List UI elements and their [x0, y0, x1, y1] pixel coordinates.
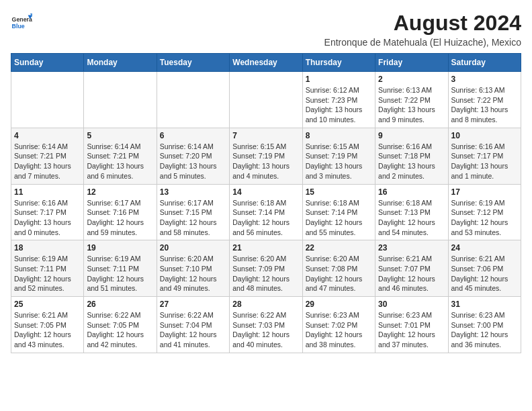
day-info: Sunrise: 6:21 AMSunset: 7:06 PMDaylight:… — [451, 254, 518, 293]
calendar-body: 1Sunrise: 6:12 AMSunset: 7:23 PMDaylight… — [11, 72, 521, 353]
weekday-header-tuesday: Tuesday — [157, 54, 229, 72]
day-info: Sunrise: 6:17 AMSunset: 7:16 PMDaylight:… — [87, 198, 153, 238]
weekday-header-saturday: Saturday — [448, 54, 521, 72]
calendar-cell: 3Sunrise: 6:13 AMSunset: 7:22 PMDaylight… — [448, 72, 521, 128]
calendar-cell: 9Sunrise: 6:16 AMSunset: 7:18 PMDaylight… — [375, 128, 448, 184]
calendar-week-5: 25Sunrise: 6:21 AMSunset: 7:05 PMDayligh… — [11, 297, 521, 353]
day-number: 14 — [232, 187, 299, 197]
calendar-cell — [157, 72, 229, 128]
day-info: Sunrise: 6:16 AMSunset: 7:17 PMDaylight:… — [451, 142, 518, 181]
logo-icon: General Blue — [11, 11, 32, 32]
calendar-cell: 13Sunrise: 6:17 AMSunset: 7:15 PMDayligh… — [157, 184, 229, 240]
calendar-cell: 27Sunrise: 6:22 AMSunset: 7:04 PMDayligh… — [157, 297, 229, 353]
day-number: 28 — [232, 300, 299, 309]
day-number: 24 — [451, 243, 518, 253]
calendar-cell: 30Sunrise: 6:23 AMSunset: 7:01 PMDayligh… — [375, 297, 448, 353]
day-number: 5 — [87, 131, 153, 140]
day-info: Sunrise: 6:22 AMSunset: 7:03 PMDaylight:… — [232, 310, 299, 350]
day-info: Sunrise: 6:14 AMSunset: 7:21 PMDaylight:… — [14, 142, 81, 181]
calendar-cell: 5Sunrise: 6:14 AMSunset: 7:21 PMDaylight… — [84, 128, 157, 184]
day-number: 30 — [378, 300, 445, 309]
day-number: 13 — [160, 187, 226, 197]
calendar-cell — [11, 72, 84, 128]
day-info: Sunrise: 6:13 AMSunset: 7:22 PMDaylight:… — [451, 85, 518, 125]
calendar-cell — [230, 72, 302, 128]
day-number: 12 — [87, 187, 153, 197]
day-number: 2 — [378, 75, 445, 84]
calendar-week-3: 11Sunrise: 6:16 AMSunset: 7:17 PMDayligh… — [11, 184, 521, 240]
location: Entronque de Matehuala (El Huizache), Me… — [324, 37, 521, 48]
day-number: 19 — [87, 243, 153, 253]
day-info: Sunrise: 6:13 AMSunset: 7:22 PMDaylight:… — [378, 85, 445, 125]
day-number: 21 — [232, 243, 299, 253]
day-number: 18 — [14, 243, 81, 253]
day-info: Sunrise: 6:23 AMSunset: 7:02 PMDaylight:… — [306, 310, 372, 350]
day-info: Sunrise: 6:15 AMSunset: 7:19 PMDaylight:… — [232, 142, 299, 181]
day-info: Sunrise: 6:14 AMSunset: 7:20 PMDaylight:… — [160, 142, 226, 181]
day-info: Sunrise: 6:12 AMSunset: 7:23 PMDaylight:… — [306, 85, 372, 125]
calendar-cell: 17Sunrise: 6:19 AMSunset: 7:12 PMDayligh… — [448, 184, 521, 240]
day-info: Sunrise: 6:23 AMSunset: 7:01 PMDaylight:… — [378, 310, 445, 350]
calendar-cell: 19Sunrise: 6:19 AMSunset: 7:11 PMDayligh… — [84, 240, 157, 297]
calendar-cell — [84, 72, 157, 128]
calendar-cell: 21Sunrise: 6:20 AMSunset: 7:09 PMDayligh… — [230, 240, 302, 297]
day-info: Sunrise: 6:19 AMSunset: 7:11 PMDaylight:… — [87, 254, 153, 293]
day-number: 26 — [87, 300, 153, 309]
weekday-row: SundayMondayTuesdayWednesdayThursdayFrid… — [11, 54, 521, 72]
weekday-header-wednesday: Wednesday — [230, 54, 302, 72]
day-number: 11 — [14, 187, 81, 197]
day-number: 1 — [306, 75, 372, 84]
logo: General Blue — [11, 11, 32, 32]
day-number: 3 — [451, 75, 518, 84]
calendar-cell: 15Sunrise: 6:18 AMSunset: 7:14 PMDayligh… — [302, 184, 375, 240]
svg-text:Blue: Blue — [12, 23, 25, 30]
day-number: 6 — [160, 131, 226, 140]
day-info: Sunrise: 6:21 AMSunset: 7:07 PMDaylight:… — [378, 254, 445, 293]
title-section: August 2024 Entronque de Matehuala (El H… — [324, 11, 521, 48]
calendar-cell: 16Sunrise: 6:18 AMSunset: 7:13 PMDayligh… — [375, 184, 448, 240]
day-number: 15 — [306, 187, 372, 197]
calendar-cell: 8Sunrise: 6:15 AMSunset: 7:19 PMDaylight… — [302, 128, 375, 184]
day-info: Sunrise: 6:18 AMSunset: 7:13 PMDaylight:… — [378, 198, 445, 238]
day-number: 20 — [160, 243, 226, 253]
day-number: 23 — [378, 243, 445, 253]
day-number: 16 — [378, 187, 445, 197]
weekday-header-monday: Monday — [84, 54, 157, 72]
day-info: Sunrise: 6:19 AMSunset: 7:12 PMDaylight:… — [451, 198, 518, 238]
day-number: 4 — [14, 131, 81, 140]
calendar-cell: 25Sunrise: 6:21 AMSunset: 7:05 PMDayligh… — [11, 297, 84, 353]
day-number: 22 — [306, 243, 372, 253]
month-year: August 2024 — [324, 11, 521, 36]
weekday-header-sunday: Sunday — [11, 54, 84, 72]
day-number: 9 — [378, 131, 445, 140]
day-number: 10 — [451, 131, 518, 140]
calendar-week-4: 18Sunrise: 6:19 AMSunset: 7:11 PMDayligh… — [11, 240, 521, 297]
day-info: Sunrise: 6:18 AMSunset: 7:14 PMDaylight:… — [232, 198, 299, 238]
day-number: 17 — [451, 187, 518, 197]
day-info: Sunrise: 6:23 AMSunset: 7:00 PMDaylight:… — [451, 310, 518, 350]
weekday-header-thursday: Thursday — [302, 54, 375, 72]
calendar-week-1: 1Sunrise: 6:12 AMSunset: 7:23 PMDaylight… — [11, 72, 521, 128]
day-info: Sunrise: 6:21 AMSunset: 7:05 PMDaylight:… — [14, 310, 81, 350]
calendar-cell: 29Sunrise: 6:23 AMSunset: 7:02 PMDayligh… — [302, 297, 375, 353]
calendar-table: SundayMondayTuesdayWednesdayThursdayFrid… — [11, 53, 521, 353]
calendar-cell: 12Sunrise: 6:17 AMSunset: 7:16 PMDayligh… — [84, 184, 157, 240]
calendar-week-2: 4Sunrise: 6:14 AMSunset: 7:21 PMDaylight… — [11, 128, 521, 184]
day-info: Sunrise: 6:20 AMSunset: 7:09 PMDaylight:… — [232, 254, 299, 293]
calendar-cell: 31Sunrise: 6:23 AMSunset: 7:00 PMDayligh… — [448, 297, 521, 353]
day-number: 8 — [306, 131, 372, 140]
calendar-cell: 18Sunrise: 6:19 AMSunset: 7:11 PMDayligh… — [11, 240, 84, 297]
day-info: Sunrise: 6:17 AMSunset: 7:15 PMDaylight:… — [160, 198, 226, 238]
day-info: Sunrise: 6:22 AMSunset: 7:04 PMDaylight:… — [160, 310, 226, 350]
day-info: Sunrise: 6:19 AMSunset: 7:11 PMDaylight:… — [14, 254, 81, 293]
calendar-cell: 7Sunrise: 6:15 AMSunset: 7:19 PMDaylight… — [230, 128, 302, 184]
day-info: Sunrise: 6:18 AMSunset: 7:14 PMDaylight:… — [306, 198, 372, 238]
day-info: Sunrise: 6:20 AMSunset: 7:08 PMDaylight:… — [306, 254, 372, 293]
day-info: Sunrise: 6:14 AMSunset: 7:21 PMDaylight:… — [87, 142, 153, 181]
calendar-cell: 6Sunrise: 6:14 AMSunset: 7:20 PMDaylight… — [157, 128, 229, 184]
calendar-cell: 22Sunrise: 6:20 AMSunset: 7:08 PMDayligh… — [302, 240, 375, 297]
calendar-cell: 24Sunrise: 6:21 AMSunset: 7:06 PMDayligh… — [448, 240, 521, 297]
calendar-cell: 4Sunrise: 6:14 AMSunset: 7:21 PMDaylight… — [11, 128, 84, 184]
day-number: 27 — [160, 300, 226, 309]
weekday-header-friday: Friday — [375, 54, 448, 72]
